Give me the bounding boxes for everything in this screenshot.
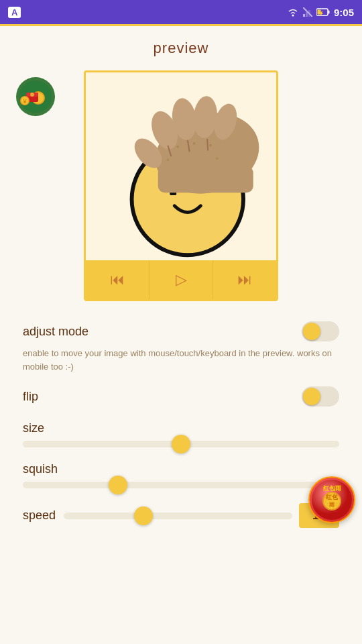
size-slider-track[interactable]: [23, 441, 339, 447]
svg-point-15: [30, 93, 34, 97]
flip-toggle[interactable]: [302, 386, 339, 407]
svg-point-35: [216, 157, 219, 160]
svg-text:红包: 红包: [325, 494, 339, 500]
player-controls: ⏮ ▷ ⏭: [86, 260, 276, 299]
adjust-mode-row: adjust mode: [23, 321, 339, 341]
app-icon: A: [8, 7, 21, 18]
main-content: preview ¥ ¥: [0, 26, 362, 541]
avatar: ¥ ¥: [16, 77, 55, 116]
speed-row: speed 16: [23, 503, 339, 528]
svg-point-32: [193, 142, 196, 145]
flip-label: flip: [23, 390, 38, 404]
svg-text:红包雨: 红包雨: [322, 485, 342, 492]
svg-text:⚡: ⚡: [318, 10, 324, 16]
adjust-mode-description: enable to move your image with mouse/tou…: [23, 347, 339, 373]
hand-illustration: [86, 72, 276, 260]
svg-marker-2: [306, 12, 308, 17]
signal-icon: [303, 7, 312, 17]
battery-icon: ⚡: [316, 7, 330, 17]
flip-row: flip: [23, 386, 339, 407]
speed-slider-track[interactable]: [64, 513, 292, 519]
avatar-image: ¥ ¥: [19, 80, 52, 113]
squish-label: squish: [23, 462, 58, 476]
svg-point-31: [176, 146, 179, 148]
settings-section: adjust mode enable to move your image wi…: [16, 321, 346, 528]
adjust-mode-knob: [303, 323, 320, 340]
svg-point-33: [209, 144, 212, 147]
wifi-icon: [287, 7, 299, 17]
size-label: size: [23, 421, 44, 435]
floating-badge[interactable]: 红包 雨 红包雨: [308, 476, 355, 523]
size-row: size: [23, 421, 339, 447]
prev-icon: ⏮: [110, 271, 125, 288]
svg-marker-1: [303, 14, 305, 17]
preview-image-area: [86, 72, 276, 260]
squish-row: squish: [23, 462, 339, 488]
svg-rect-6: [328, 11, 329, 14]
adjust-mode-toggle[interactable]: [302, 321, 339, 341]
status-time: 9:05: [334, 7, 354, 18]
preview-title: preview: [16, 40, 346, 57]
size-slider-knob[interactable]: [172, 435, 190, 453]
status-bar: A ⚡ 9:05: [0, 0, 362, 24]
svg-point-34: [166, 158, 169, 161]
svg-line-29: [207, 139, 208, 151]
svg-rect-30: [158, 166, 253, 193]
play-icon: ▷: [176, 271, 187, 288]
squish-slider-track[interactable]: [23, 482, 339, 488]
play-button[interactable]: ▷: [149, 260, 213, 299]
badge-icon: 红包 雨 红包雨: [312, 480, 352, 520]
svg-text:¥: ¥: [22, 98, 27, 105]
speed-label: speed: [23, 508, 56, 523]
prev-button[interactable]: ⏮: [86, 260, 149, 299]
svg-text:雨: 雨: [329, 502, 335, 508]
flip-knob: [303, 388, 320, 405]
adjust-mode-label: adjust mode: [23, 325, 88, 339]
next-icon: ⏭: [237, 271, 252, 288]
speed-slider-knob[interactable]: [134, 506, 153, 525]
preview-container: ¥ ¥: [16, 70, 346, 301]
svg-point-0: [292, 15, 294, 17]
squish-slider-knob[interactable]: [109, 476, 127, 494]
status-left: A: [8, 7, 21, 18]
preview-card: ⏮ ▷ ⏭: [84, 70, 278, 301]
next-button[interactable]: ⏭: [213, 260, 276, 299]
status-right: ⚡ 9:05: [287, 7, 354, 18]
